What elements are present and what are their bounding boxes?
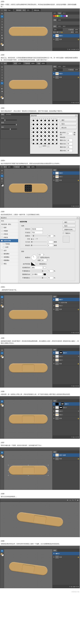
blend-mode-select[interactable]: 正常	[53, 28, 63, 31]
trash-icon[interactable]: 🗑	[77, 48, 79, 50]
swatch[interactable]	[66, 15, 68, 17]
altitude-field[interactable]: 30	[41, 259, 47, 262]
transform-bounding-box[interactable]	[8, 465, 48, 476]
feather-value[interactable]: 0 px	[7, 9, 13, 12]
fx-bevel-item[interactable]: 斜面和浮雕	[61, 302, 79, 304]
dir-up-radio[interactable]: ◉ 上	[31, 238, 34, 240]
shadow-opacity-field[interactable]: 75	[48, 276, 53, 279]
eyedropper-tool-icon[interactable]: ⁂	[1, 79, 4, 82]
global-light-checkbox[interactable]: 使用全局光(G)	[40, 256, 50, 259]
swatch[interactable]	[59, 15, 60, 17]
ls-inner-glow[interactable]: 内发光	[0, 236, 18, 239]
flow-value[interactable]: 100%	[41, 62, 46, 65]
fx-icon[interactable]: fx	[71, 102, 73, 104]
canvas[interactable]	[4, 169, 52, 208]
soften-slider[interactable]	[31, 245, 47, 246]
gradient-tool-icon[interactable]: ▦	[1, 90, 4, 92]
shadow-color[interactable]	[44, 274, 46, 275]
fill-value[interactable]: 100%	[74, 31, 79, 33]
opacity-value[interactable]: 100%	[74, 29, 79, 31]
move-tool-icon[interactable]: ✥	[1, 66, 4, 68]
ch3-field[interactable]: 45	[67, 146, 73, 149]
eraser-tool-icon[interactable]: ◧	[1, 34, 4, 37]
style-select[interactable]: 内斜面	[31, 228, 43, 230]
mini-icon[interactable]: ◐	[77, 499, 79, 501]
cancel-button[interactable]: 取消	[60, 122, 76, 126]
size-slider[interactable]	[1, 120, 17, 120]
hardness-slider[interactable]	[1, 124, 17, 125]
layers-tab[interactable]: 图层	[53, 25, 57, 28]
swatch[interactable]	[55, 15, 57, 17]
new-style-button[interactable]: 新建样式(W)...	[63, 228, 75, 231]
mini-icon[interactable]: ✎	[72, 499, 74, 501]
angle-field[interactable]: 120	[37, 253, 43, 256]
soften-field[interactable]: 0	[48, 244, 53, 247]
visibility-icon[interactable]: 👁	[53, 35, 55, 36]
lasso-tool-icon[interactable]: ⟆	[1, 71, 4, 74]
visibility-icon[interactable]: 👁	[53, 38, 55, 40]
eyedropper-tool-icon[interactable]: ⁂	[1, 26, 4, 28]
style-select[interactable]: 正常	[26, 9, 32, 12]
ls-inner-shadow[interactable]: 内阴影	[0, 229, 18, 232]
eraser-tool-icon[interactable]: ◧	[1, 87, 4, 90]
channels-tab[interactable]: 通道	[57, 25, 62, 28]
link-icon[interactable]: ⋈	[59, 403, 60, 405]
layer-row[interactable]: 👁 图层 1	[53, 72, 79, 76]
visibility-icon[interactable]: 👁	[53, 76, 55, 78]
marquee-icon[interactable]: ▭	[1, 9, 3, 11]
brush-icon[interactable]: ✎	[1, 166, 3, 168]
brush-tool-icon[interactable]: ✎	[1, 175, 4, 177]
ls-blend-options[interactable]: 混合选项：默认	[0, 223, 18, 226]
mini-icon[interactable]: ▭	[69, 499, 71, 501]
cancel-button[interactable]: 取消	[63, 224, 75, 228]
fx-icon[interactable]: fx	[67, 48, 68, 50]
new-layer-icon[interactable]: ⊞	[75, 48, 77, 50]
adjust-tab[interactable]: 调整	[53, 19, 57, 22]
spacing-slider[interactable]	[1, 129, 17, 130]
gradient-tool-icon[interactable]: ▦	[1, 37, 4, 40]
size-field[interactable]: 1	[48, 240, 53, 244]
mask-thumb[interactable]	[59, 351, 63, 354]
antialias-checkbox[interactable]	[14, 10, 16, 11]
mask-icon[interactable]: ◐	[69, 48, 70, 50]
marquee-tool-icon[interactable]: ▭	[1, 15, 4, 18]
zoom-in-button[interactable]: +	[47, 145, 50, 147]
preview-checkbox-label[interactable]: 预览(V)	[65, 232, 70, 234]
adjustment-icon[interactable]: ◑	[71, 48, 73, 50]
brush-icon[interactable]: ✎	[1, 62, 3, 64]
text-tool-icon[interactable]: T	[1, 93, 4, 95]
swatch[interactable]	[53, 15, 55, 17]
shadow-select[interactable]: 正片叠底	[31, 273, 43, 276]
opacity-value[interactable]: 100%	[30, 62, 36, 65]
wand-tool-icon[interactable]: ✦	[1, 20, 4, 23]
highlight-opacity-field[interactable]: 75	[48, 270, 53, 272]
highlight-color[interactable]	[44, 266, 46, 268]
swatch[interactable]	[61, 15, 62, 17]
mini-icon[interactable]: T	[74, 499, 76, 501]
refine-edge-button[interactable]: 调整边缘...	[33, 9, 41, 12]
layer-name[interactable]: 背景	[59, 38, 77, 40]
ok-button[interactable]: 确定	[60, 118, 76, 122]
folder-icon[interactable]: ▸▣	[55, 552, 57, 554]
max-radius-field[interactable]: 8	[67, 132, 73, 135]
ls-stroke[interactable]: 描边	[0, 262, 18, 266]
angle-dial[interactable]	[31, 255, 37, 260]
ls-bevel[interactable]: ✓斜面和浮雕	[0, 239, 18, 242]
brush-tool-icon[interactable]: ✎	[1, 29, 4, 31]
mode-select[interactable]: 正常	[18, 62, 23, 65]
layer-thumb[interactable]	[55, 38, 59, 41]
ls-contour[interactable]: 等高线	[0, 242, 18, 246]
ok-button[interactable]: 确定	[63, 221, 75, 224]
close-icon[interactable]: ×	[77, 217, 78, 219]
lasso-tool-icon[interactable]: ⟆	[1, 18, 4, 20]
masks-tab[interactable]: 蒙版	[57, 19, 62, 22]
swatch[interactable]	[62, 15, 64, 17]
crop-tool-icon[interactable]: ⇲	[1, 23, 4, 26]
brush-tool-icon[interactable]: ✎	[1, 82, 4, 84]
ls-outer-glow[interactable]: 外发光	[0, 232, 18, 236]
default-button[interactable]: 默认(D)	[60, 126, 76, 129]
ch4-field[interactable]: 45	[67, 149, 73, 152]
dir-down-radio[interactable]: ○ 下	[35, 238, 38, 240]
ls-drop-shadow[interactable]: 投影	[0, 226, 18, 229]
swatch[interactable]	[64, 15, 66, 17]
